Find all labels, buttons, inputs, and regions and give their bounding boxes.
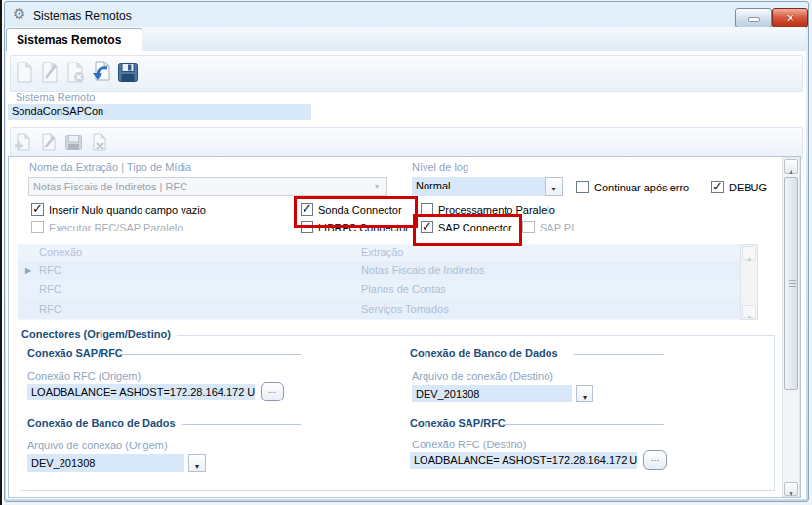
arquivo-conexao-destino-label: Arquivo de conexão (Destino) xyxy=(412,370,553,383)
minimize-icon xyxy=(748,17,760,22)
tab-sistemas-remotos[interactable]: Sistemas Remotos xyxy=(6,28,142,51)
browse-rfc-destino-button[interactable]: ... xyxy=(643,450,667,470)
nivel-log-dropdown-button[interactable]: ▾ xyxy=(545,177,563,196)
add-record-icon xyxy=(12,131,37,154)
arquivo-origem-dropdown-button[interactable]: ▾ xyxy=(188,454,206,472)
close-button[interactable]: ✕ xyxy=(772,8,808,28)
group-title-rule xyxy=(182,424,301,425)
save-record-icon xyxy=(62,131,88,154)
ellipsis-icon: ... xyxy=(651,452,659,463)
conexao-rfc-origem-input[interactable]: LOADBALANCE= ASHOST=172.28.164.172 USE xyxy=(27,384,255,400)
grid-row-3[interactable]: RFC Serviços Tomados xyxy=(18,300,740,320)
panel-scrollbar-track[interactable]: ▲ ▼ xyxy=(782,157,800,497)
conexao-sap-rfc-destino-title: Conexão SAP/RFC xyxy=(410,417,511,430)
grid-cell-extracao: Serviços Tomados xyxy=(361,303,449,316)
arquivo-conexao-origem-combobox[interactable]: DEV_201308 xyxy=(27,454,184,472)
delete-document-button[interactable] xyxy=(62,59,88,86)
grid-cell-extracao: Notas Fiscais de Indiretos xyxy=(361,264,485,276)
ellipsis-icon: ... xyxy=(268,384,276,395)
screen-left-edge-highlight xyxy=(2,0,4,505)
checkbox-debug-label[interactable]: DEBUG xyxy=(729,182,767,194)
nivel-log-label: Nível de log xyxy=(412,161,468,174)
grid-cell-conexao: RFC xyxy=(39,264,61,276)
sistema-remoto-input[interactable]: SondaConSAPCon xyxy=(8,104,311,120)
conexao-rfc-destino-input[interactable]: LOADBALANCE= ASHOST=172.28.164.172 USE xyxy=(410,452,637,469)
grid-cell-conexao: RFC xyxy=(39,283,61,296)
grid-header-row: Conexão Extração xyxy=(18,244,740,262)
group-title-rule xyxy=(503,424,664,425)
window-gear-icon: ⚙ xyxy=(13,6,25,21)
save-button[interactable] xyxy=(115,59,141,86)
arquivo-destino-dropdown-button[interactable]: ▾ xyxy=(576,385,593,402)
arquivo-conexao-origem-label: Arquivo de conexão (Origem) xyxy=(27,440,168,452)
connections-grid: Conexão Extração ▶ RFC Notas Fiscais de … xyxy=(18,244,740,320)
grid-row-1[interactable]: ▶ RFC Notas Fiscais de Indiretos xyxy=(18,261,740,281)
checkbox-continuar-apos-erro[interactable]: ✓ xyxy=(576,181,589,193)
checkbox-sap-pi-label[interactable]: SAP PI xyxy=(540,222,574,234)
panel-scroll-up-button[interactable]: ▲ xyxy=(784,159,798,174)
group-title-rule xyxy=(119,354,301,355)
grid-scroll-up-button[interactable]: ▲ xyxy=(742,246,756,260)
edit-record-button[interactable] xyxy=(37,131,62,158)
check-icon: ✓ xyxy=(712,179,723,193)
conexao-banco-destino-title: Conexão de Banco de Dados xyxy=(410,347,564,359)
edit-document-button[interactable] xyxy=(37,59,62,86)
check-icon: ✓ xyxy=(32,201,43,216)
conexao-sap-rfc-origem-title: Conexão SAP/RFC xyxy=(27,347,129,359)
panel-scrollbar-thumb[interactable] xyxy=(784,177,798,390)
minimize-button[interactable] xyxy=(735,8,772,28)
selected-row-marker-icon: ▶ xyxy=(25,267,31,274)
checkbox-debug[interactable]: ✓ xyxy=(711,181,724,193)
scrollbar-grip-icon xyxy=(789,280,796,287)
save-icon xyxy=(115,59,141,86)
new-document-button[interactable] xyxy=(12,59,37,86)
extraction-toolbar xyxy=(10,127,803,160)
chevron-down-icon: ▾ xyxy=(195,462,199,471)
conexao-banco-origem-title: Conexão de Banco de Dados xyxy=(27,417,182,430)
delete-record-icon xyxy=(88,131,113,154)
window-title: Sistemas Remotos xyxy=(33,9,132,22)
edit-record-icon xyxy=(37,131,62,154)
group-title-rule xyxy=(574,354,664,355)
conexao-rfc-destino-label: Conexão RFC (Destino) xyxy=(412,439,526,451)
conexao-rfc-origem-label: Conexão RFC (Origem) xyxy=(27,370,141,383)
panel-scroll-down-button[interactable]: ▼ xyxy=(784,482,798,496)
arquivo-conexao-destino-combobox[interactable]: DEV_201308 xyxy=(412,385,572,402)
nome-extracao-combobox[interactable]: Notas Fiscais de Indiretos | RFC xyxy=(28,177,387,196)
grid-cell-extracao: Planos de Contas xyxy=(361,283,446,296)
undo-button[interactable] xyxy=(88,59,113,86)
browse-rfc-origem-button[interactable]: ... xyxy=(261,382,284,401)
sonda-connector-highlight-box xyxy=(294,196,418,228)
grid-cell-conexao: RFC xyxy=(39,303,61,316)
delete-document-icon xyxy=(62,59,88,86)
scroll-down-icon: ▼ xyxy=(788,490,794,497)
checkbox-continuar-apos-erro-label[interactable]: Continuar após erro xyxy=(594,182,689,194)
chevron-down-icon: ▾ xyxy=(551,185,555,193)
checkbox-executar-rfc-paralelo[interactable]: ✓ xyxy=(31,221,44,233)
app-screen: ⚙ Sistemas Remotos ✕ Sistemas Remotos Si… xyxy=(0,0,812,505)
sistema-remoto-label: Sistema Remoto xyxy=(16,91,95,104)
conectores-group-title: Conectores (Origem/Destino) xyxy=(21,328,177,341)
scroll-down-icon: ▼ xyxy=(746,314,752,320)
undo-icon xyxy=(88,59,113,86)
nome-extracao-label: Nome da Extração | Tipo de Mídia xyxy=(29,161,191,174)
checkbox-executar-rfc-paralelo-label[interactable]: Executar RFC/SAP Paralelo xyxy=(49,222,183,234)
scroll-up-icon: ▲ xyxy=(788,168,794,175)
grid-column-conexao: Conexão xyxy=(39,246,82,259)
save-record-button[interactable] xyxy=(62,131,88,158)
scroll-up-icon: ▲ xyxy=(746,255,752,262)
checkbox-sap-pi[interactable]: ✓ xyxy=(522,221,535,233)
grid-scroll-down-button[interactable]: ▼ xyxy=(742,305,756,318)
chevron-down-icon: ▾ xyxy=(583,393,587,401)
checkbox-inserir-nulo[interactable]: ✓ xyxy=(31,203,44,216)
checkbox-inserir-nulo-label[interactable]: Inserir Nulo quando campo vazio xyxy=(49,204,206,217)
sap-connector-highlight-box xyxy=(413,214,522,246)
delete-record-button[interactable] xyxy=(88,131,113,158)
grid-row-2[interactable]: RFC Planos de Contas xyxy=(18,280,740,301)
add-record-button[interactable] xyxy=(12,131,37,158)
close-icon: ✕ xyxy=(786,12,794,23)
nivel-log-combobox[interactable]: Normal xyxy=(412,177,545,196)
grid-column-extracao: Extração xyxy=(361,246,403,259)
grid-scrollbar-track[interactable]: ▲ ▼ xyxy=(740,244,758,320)
new-document-icon xyxy=(12,59,37,86)
